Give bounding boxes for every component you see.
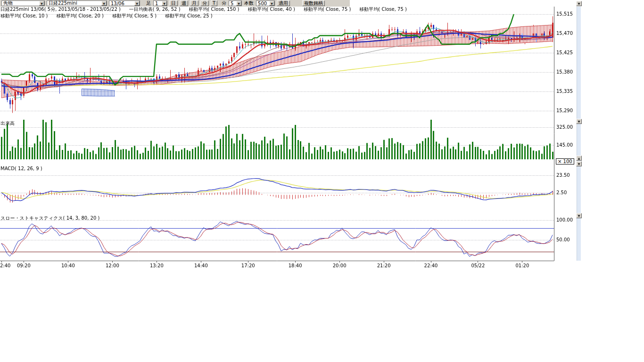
dropdown-icon[interactable]: ▼ bbox=[101, 1, 107, 6]
period-minute-button[interactable]: 分 bbox=[200, 0, 209, 6]
minute-spinner[interactable]: 5 ▼ bbox=[229, 0, 242, 6]
legend-item-ma40[interactable]: 移動平均( Close, 40 ) bbox=[248, 6, 295, 13]
symbol-value: 日経225mini bbox=[49, 0, 77, 7]
instrument-type-value: 先物 bbox=[3, 0, 13, 7]
legend-item-ma75b[interactable]: 移動平均( Close, 75 ) bbox=[359, 6, 406, 13]
legend-item-ma20[interactable]: 移動平均( Close, 20 ) bbox=[56, 13, 103, 19]
pane-collapse-icon[interactable]: ▼ bbox=[576, 1, 582, 6]
bars-spinner[interactable]: 500 ▼ bbox=[256, 0, 275, 6]
chart-legend-row1: 日経225mini 13/06( 5分, 2013/05/18 - 2013/0… bbox=[0, 6, 407, 13]
toolbar: 先物 ▼ 日経225mini ▼ 13/06 ▼ 足 1 ▼ 日 週 月 分 T… bbox=[0, 0, 350, 7]
stoch-pane-title: スロー・ストキャスティクス( 14, 3, 80, 20 ) bbox=[0, 215, 99, 222]
minute-label: 分 bbox=[221, 0, 227, 7]
multi-symbol-button[interactable]: 複数銘柄 bbox=[302, 0, 325, 6]
macd-pane-title: MACD( 12, 26, 9 ) bbox=[0, 166, 42, 171]
dropdown-icon[interactable]: ▼ bbox=[236, 1, 241, 6]
pane-collapse-icon[interactable]: ▼ bbox=[576, 119, 582, 124]
dropdown-icon[interactable]: ▼ bbox=[134, 1, 140, 6]
bars-label: 本数 bbox=[244, 0, 254, 7]
period-day-button[interactable]: 日 bbox=[169, 0, 178, 6]
bars-value: 500 bbox=[258, 1, 267, 6]
timeframe-label: 足 bbox=[146, 0, 151, 7]
legend-item-ma75a[interactable]: 移動平均( Close, 75 ) bbox=[304, 6, 351, 13]
dropdown-icon[interactable]: ▼ bbox=[162, 1, 167, 6]
legend-item-ma150[interactable]: 移動平均( Close, 150 ) bbox=[189, 6, 239, 13]
chart-canvas[interactable] bbox=[0, 0, 585, 273]
apply-button[interactable]: 適用 bbox=[277, 0, 290, 6]
instrument-type-select[interactable]: 先物 ▼ bbox=[1, 0, 45, 6]
legend-item-symbol[interactable]: 日経225mini 13/06( 5分, 2013/05/18 - 2013/0… bbox=[0, 6, 121, 13]
period-week-button[interactable]: 週 bbox=[180, 0, 188, 6]
contract-month-select[interactable]: 13/06 ▼ bbox=[109, 0, 140, 6]
volume-multiplier-badge: × 100 bbox=[556, 158, 574, 165]
volume-pane-title: 出来高 bbox=[0, 120, 15, 127]
right-scrollbar[interactable] bbox=[577, 7, 581, 261]
pane-collapse-icon[interactable]: ▼ bbox=[576, 161, 582, 166]
timeframe-spinner[interactable]: 1 ▼ bbox=[153, 0, 167, 6]
legend-item-ma5[interactable]: 移動平均( Close, 5 ) bbox=[112, 13, 157, 19]
pane-collapse-icon[interactable]: ▼ bbox=[576, 213, 582, 218]
pane-expand-icon[interactable]: ▲ bbox=[576, 156, 582, 161]
chart-legend-row2: 移動平均( Close, 10 ) 移動平均( Close, 20 ) 移動平均… bbox=[0, 13, 213, 19]
legend-item-ma25[interactable]: 移動平均( Close, 25 ) bbox=[165, 13, 212, 19]
period-month-button[interactable]: 月 bbox=[190, 0, 198, 6]
legend-item-ichimoku[interactable]: 一目均衡表( 9, 26, 52 ) bbox=[129, 6, 181, 13]
dropdown-icon[interactable]: ▼ bbox=[269, 1, 274, 6]
symbol-select[interactable]: 日経225mini ▼ bbox=[47, 0, 107, 6]
dropdown-icon[interactable]: ▼ bbox=[39, 1, 44, 6]
contract-month-value: 13/06 bbox=[111, 1, 124, 6]
timeframe-value: 1 bbox=[155, 1, 158, 6]
minute-value: 5 bbox=[231, 1, 233, 6]
legend-item-ma10[interactable]: 移動平均( Close, 10 ) bbox=[0, 13, 48, 19]
period-tick-button[interactable]: T bbox=[211, 0, 217, 6]
trading-app-window: { "icons": { "dropdown": "▼", "collapse_… bbox=[0, 0, 644, 362]
